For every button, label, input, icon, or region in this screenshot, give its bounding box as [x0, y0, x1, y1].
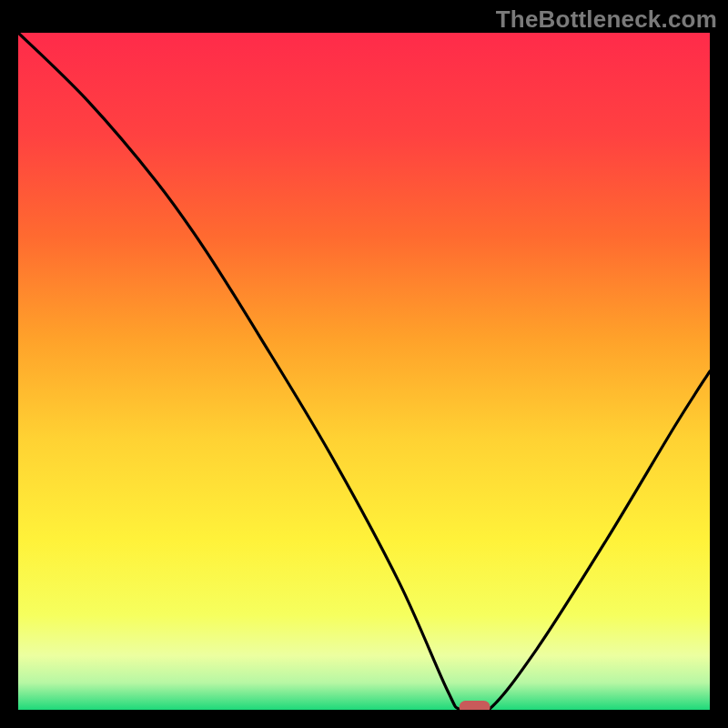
gradient-background [18, 33, 710, 710]
chart-frame: TheBottleneck.com [0, 0, 728, 728]
plot-area [18, 33, 710, 710]
watermark-text: TheBottleneck.com [496, 5, 717, 34]
optimal-marker [460, 701, 490, 710]
bottleneck-chart [18, 33, 710, 710]
